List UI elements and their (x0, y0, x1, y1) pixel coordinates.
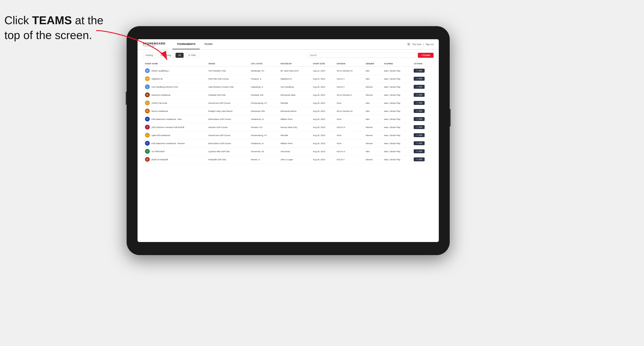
actions-cell: Edit (412, 131, 434, 139)
cell-venue: Edmundson Golf Course (206, 139, 249, 147)
filter-icon-btn[interactable]: ☰ Filter (185, 53, 199, 58)
settings-icon[interactable]: ⚙ (407, 42, 410, 46)
table-body: M MSMC Qualifying 1 The Powelton ClubNew… (143, 67, 434, 164)
actions-cell: Edit (412, 123, 434, 131)
cell-start-date: Aug 28, 2023 (311, 123, 335, 131)
cell-start-date: Aug 25, 2023 (311, 75, 335, 83)
col-actions: ACTIONS (412, 61, 434, 67)
cell-start-date: Aug 28, 2023 (311, 131, 335, 139)
edit-button[interactable]: Edit (414, 133, 425, 137)
edit-button[interactable]: Edit (414, 93, 425, 97)
col-city-state: CITY, STATE (249, 61, 278, 67)
cell-gender: Women (364, 139, 382, 147)
cell-gender: Men (364, 115, 382, 123)
create-btn[interactable]: + Create (418, 53, 434, 58)
table-container: EVENT NAME VENUE CITY, STATE HOSTED BY S… (143, 61, 434, 242)
edit-button[interactable]: Edit (414, 85, 425, 89)
cell-scoring: team, Stroke Play (382, 123, 412, 131)
edit-button[interactable]: Edit (414, 158, 425, 161)
cell-start-date: Aug 28, 2023 (311, 91, 335, 99)
cell-city-state: Deerwood, MN (249, 107, 278, 115)
cell-gender: Women (364, 123, 382, 131)
cell-city-state: Prestonsburg, KY (249, 99, 278, 107)
event-name-cell: M Maverick Invitational (143, 91, 206, 99)
cell-scoring: team, Stroke Play (382, 83, 412, 91)
actions-cell: Edit (412, 156, 434, 164)
tab-teams[interactable]: TEAMS (200, 39, 217, 49)
edit-button[interactable]: Edit (414, 101, 425, 105)
edit-button[interactable]: Edit (414, 149, 425, 153)
cell-start-date: Aug 28, 2023 (311, 99, 335, 107)
cell-division: NJCAA I (335, 156, 364, 164)
cell-division: NAIA (335, 115, 364, 123)
actions-cell: Edit (412, 107, 434, 115)
cell-scoring: team, Stroke Play (382, 147, 412, 156)
cell-venue: The Powelton Club (206, 67, 249, 75)
cell-venue: StoneCrest Golf Course (206, 99, 249, 107)
cell-start-date: Aug 28, 2023 (311, 115, 335, 123)
table-row: F Fall Statesmen Invitational - Women Ed… (143, 139, 434, 147)
cell-city-state: Galesburg, IL (249, 83, 278, 91)
cell-gender: Men (364, 75, 382, 83)
cell-start-date: Aug 28, 2023 (311, 147, 335, 156)
event-icon: 2 (145, 125, 150, 130)
cell-division: NAIA (335, 99, 364, 107)
top-nav: SCOREBOARD Powered by clippit TOURNAMENT… (138, 39, 439, 50)
table-row: F Fall Statesmen Invitational - Men Edmu… (143, 115, 434, 123)
event-name: Morris Invitational (152, 110, 168, 112)
cell-division: NJCAA I (335, 75, 364, 83)
edit-button[interactable]: Edit (414, 117, 425, 121)
cell-scoring: team, Stroke Play (382, 115, 412, 123)
cell-gender: Women (364, 91, 382, 99)
cell-city-state: Freeport, IL (249, 75, 278, 83)
cell-hosted-by: Highland CC (278, 75, 311, 83)
event-name: Highland 36 (152, 78, 163, 80)
event-name: 2023 Women's Hesston Fall Kickoff (152, 126, 184, 128)
edit-button[interactable]: Edit (414, 141, 425, 145)
tablet-screen: SCOREBOARD Powered by clippit TOURNAMENT… (138, 39, 439, 242)
table-row: M MSMC Qualifying 1 The Powelton ClubNew… (143, 67, 434, 75)
edit-button[interactable]: Edit (414, 125, 425, 129)
event-name-cell: 2 2023 Women's Hesston Fall Kickoff (143, 123, 206, 131)
cell-hosted-by: Mt. Saint Mary (NY) (278, 67, 311, 75)
cell-hosted-by: Minnesota-Morris (278, 107, 311, 115)
cell-hosted-by: Pikeville (278, 131, 311, 139)
event-name-cell: u upike fall invitational (143, 131, 206, 139)
event-icon: C (145, 84, 150, 89)
table-row: K Klash at Kokopelli Kokopelli Golf Club… (143, 156, 434, 164)
event-name: Fall Statesmen Invitational - Women (152, 142, 185, 145)
arrow-annotation (90, 26, 177, 70)
cell-venue: Faribault Golf Club (206, 91, 249, 99)
cell-gender: Men (364, 107, 382, 115)
filter-bar: Hosting Competing All ☰ Filter + Create (143, 53, 434, 58)
event-name-cell: H Highland 36 (143, 75, 206, 83)
actions-cell: Edit (412, 115, 434, 123)
event-name-cell: V VU PREVIEW (143, 147, 206, 156)
event-name: Fall Statesmen Invitational - Men (152, 118, 182, 120)
cell-division: NAIA (335, 131, 364, 139)
cell-start-date: Aug 28, 2023 (311, 107, 335, 115)
search-input[interactable] (307, 53, 416, 58)
tablet-notch-left (126, 92, 126, 105)
cell-city-state: Newburgh, NY (249, 67, 278, 75)
tournaments-table: EVENT NAME VENUE CITY, STATE HOSTED BY S… (143, 61, 434, 164)
col-hosted-by: HOSTED BY (278, 61, 311, 67)
table-row: M Morris Invitational Ruttger's Bay Lake… (143, 107, 434, 115)
cell-scoring: team, Stroke Play (382, 67, 412, 75)
edit-button[interactable]: Edit (414, 109, 425, 113)
cell-scoring: team, Stroke Play (382, 107, 412, 115)
actions-cell: Edit (412, 147, 434, 156)
table-row: M Maverick Invitational Faribault Golf C… (143, 91, 434, 99)
edit-button[interactable]: Edit (414, 77, 425, 81)
cell-scoring: team, Stroke Play (382, 131, 412, 139)
event-name: Klash at Kokopelli (152, 158, 168, 161)
col-division: DIVISION (335, 61, 364, 67)
event-name-cell: F Fall Statesmen Invitational - Women (143, 139, 206, 147)
cell-start-date: Aug 26, 2023 (311, 83, 335, 91)
sign-out-link[interactable]: Sign out (426, 43, 434, 46)
event-name-cell: M Morris Invitational (143, 107, 206, 115)
edit-button[interactable]: Edit (414, 69, 425, 73)
event-icon: F (145, 141, 150, 146)
event-name-cell: C Carl Sandburg Women FA23 (143, 83, 206, 91)
filter-icon: ☰ (188, 54, 190, 56)
